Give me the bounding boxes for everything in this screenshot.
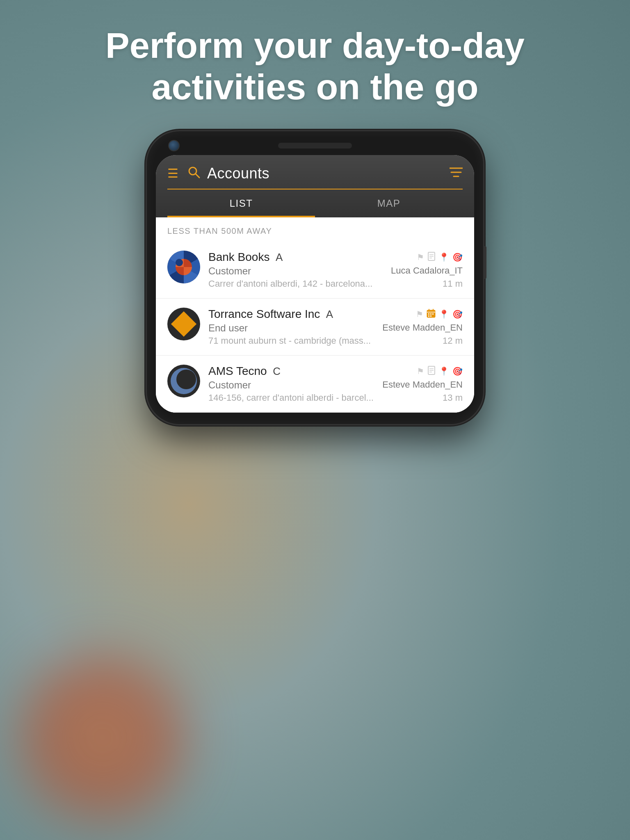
phone-speaker (278, 143, 352, 148)
account-name: Torrance Software Inc (208, 308, 320, 320)
target-icon[interactable]: 🎯 (452, 252, 463, 262)
svg-rect-13 (428, 313, 429, 315)
calendar-icon[interactable] (427, 309, 436, 320)
crescent-cutout (176, 370, 196, 389)
app-title: Accounts (207, 165, 450, 182)
account-action-icons: ⚑ 📍 🎯 (417, 366, 463, 377)
svg-line-1 (196, 174, 199, 178)
account-type: Customer (208, 379, 251, 391)
account-distance: 13 m (443, 393, 463, 403)
filter-icon[interactable] (450, 167, 463, 180)
tab-map[interactable]: MAP (315, 189, 463, 217)
account-grade: A (276, 251, 283, 263)
account-name-grade: Bank Books A (208, 251, 283, 264)
account-distance: 12 m (443, 336, 463, 346)
flag-icon[interactable]: ⚑ (417, 366, 424, 376)
location-icon[interactable]: 📍 (439, 252, 449, 262)
account-info-top: AMS Tecno C ⚑ (208, 365, 463, 378)
account-action-icons: ⚑ 📍 🎯 (417, 252, 463, 263)
account-name: Bank Books (208, 251, 269, 263)
target-icon[interactable]: 🎯 (452, 366, 463, 376)
list-item[interactable]: Torrance Software Inc A ⚑ (156, 299, 474, 356)
phone-camera (168, 140, 180, 151)
account-address: 71 mount auburn st - cambridge (mass... (208, 336, 381, 346)
account-info-top: Bank Books A ⚑ (208, 251, 463, 264)
account-owner: Luca Cadalora_IT (391, 265, 463, 278)
account-info-top: Torrance Software Inc A ⚑ (208, 308, 463, 321)
phone-side-button (483, 246, 486, 279)
flag-icon[interactable]: ⚑ (417, 252, 424, 262)
list-item[interactable]: Bank Books A ⚑ (156, 242, 474, 299)
location-icon[interactable]: 📍 (439, 309, 449, 319)
background-blob (0, 635, 205, 840)
svg-rect-15 (432, 313, 434, 315)
list-item[interactable]: AMS Tecno C ⚑ (156, 356, 474, 413)
phone-screen: ☰ Accounts (156, 155, 474, 413)
target-icon[interactable]: 🎯 (452, 309, 463, 319)
flag-icon[interactable]: ⚑ (416, 309, 423, 319)
app-header-top: ☰ Accounts (167, 165, 463, 189)
account-grade: A (326, 308, 333, 320)
document-icon2[interactable] (427, 366, 436, 377)
avatar (167, 365, 200, 397)
phone-mockup: ☰ Accounts (147, 131, 483, 424)
account-address: Carrer d'antoni alberdi, 142 - barcelona… (208, 278, 381, 289)
tab-bar: LIST MAP (167, 189, 463, 217)
account-owner: Esteve Madden_EN (382, 322, 463, 336)
account-address-row: 71 mount auburn st - cambridge (mass... … (208, 336, 463, 346)
crescent-shape (171, 368, 197, 394)
svg-rect-17 (430, 315, 431, 317)
tab-list[interactable]: LIST (167, 189, 315, 217)
phone-top-bar (156, 143, 474, 155)
account-address-row: 146-156, carrer d'antoni alberdi - barce… (208, 393, 463, 403)
account-info: Torrance Software Inc A ⚑ (208, 308, 463, 346)
account-owner: Esteve Madden_EN (382, 379, 463, 393)
account-type: Customer (208, 265, 251, 277)
app-header: ☰ Accounts (156, 155, 474, 217)
document-icon[interactable] (427, 252, 436, 263)
account-name-grade: Torrance Software Inc A (208, 308, 333, 321)
account-info: AMS Tecno C ⚑ (208, 365, 463, 403)
account-row2: Customer Luca Cadalora_IT (208, 265, 463, 278)
account-address-row: Carrer d'antoni alberdi, 142 - barcelona… (208, 278, 463, 289)
svg-rect-14 (430, 313, 431, 315)
hero-text: Perform your day-to-day activities on th… (0, 25, 630, 107)
account-name-grade: AMS Tecno C (208, 365, 281, 378)
app-content: LESS THAN 500M AWAY Bank Books (156, 217, 474, 413)
avatar (167, 251, 200, 283)
account-row2: Customer Esteve Madden_EN (208, 379, 463, 393)
account-info: Bank Books A ⚑ (208, 251, 463, 289)
search-icon[interactable] (187, 166, 201, 182)
avatar (167, 308, 200, 340)
svg-rect-16 (428, 315, 429, 317)
account-action-icons: ⚑ (416, 309, 463, 320)
account-grade: C (273, 365, 281, 377)
account-address: 146-156, carrer d'antoni alberdi - barce… (208, 393, 381, 403)
account-name: AMS Tecno (208, 365, 267, 377)
account-type: End user (208, 322, 248, 334)
hamburger-icon[interactable]: ☰ (167, 167, 178, 180)
diamond-shape (171, 311, 196, 337)
location-icon[interactable]: 📍 (439, 366, 449, 376)
account-distance: 11 m (443, 278, 463, 289)
section-header: LESS THAN 500M AWAY (156, 217, 474, 242)
account-row2: End user Esteve Madden_EN (208, 322, 463, 336)
phone-shell: ☰ Accounts (147, 131, 483, 424)
